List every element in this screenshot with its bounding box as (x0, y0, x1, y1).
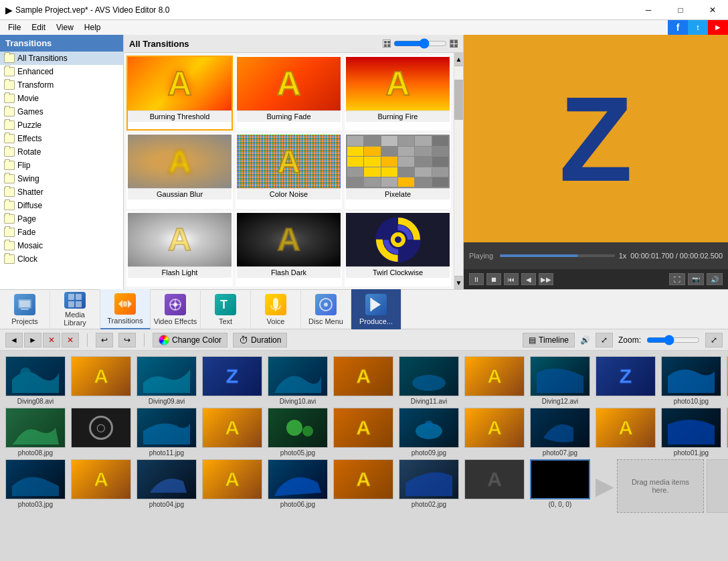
media-thumb-photo08[interactable] (5, 408, 66, 448)
toolbar-projects[interactable]: Projects (0, 289, 50, 329)
redo-button[interactable]: ↪ (118, 333, 136, 347)
nav-forward-button[interactable]: ► (24, 333, 41, 347)
media-thumb-black-small[interactable]: A (464, 459, 525, 499)
sidebar-item-all-transitions[interactable]: All Transitions (0, 52, 123, 65)
volume-button[interactable]: 🔊 (707, 273, 723, 285)
stop-button[interactable]: ⏹ (486, 273, 501, 285)
sidebar-item-enhanced[interactable]: Enhanced (0, 65, 123, 78)
toolbar-disc-menu[interactable]: Disc Menu (301, 289, 351, 329)
snapshot-button[interactable]: 📷 (688, 273, 704, 285)
menu-view[interactable]: View (51, 21, 79, 33)
media-thumb-photo07[interactable] (530, 408, 590, 448)
toolbar-media-library[interactable]: Media Library (50, 289, 100, 329)
minimize-button[interactable]: ─ (633, 0, 664, 20)
media-thumb-gold-a9[interactable]: A (202, 459, 262, 499)
media-thumb-circle-o[interactable]: ○ (71, 408, 131, 448)
transition-gaussian-blur[interactable]: A Gaussian Blur (126, 133, 233, 208)
grid-small-icon[interactable] (383, 39, 391, 48)
transitions-size-slider[interactable] (393, 38, 447, 49)
zoom-slider[interactable] (646, 335, 700, 345)
media-thumb-gold-a6[interactable]: A (596, 408, 656, 448)
media-thumb-diving09[interactable] (136, 356, 197, 396)
media-thumb-diving08[interactable] (5, 356, 66, 396)
menu-help[interactable]: Help (79, 21, 106, 33)
sidebar-item-flip[interactable]: Flip (0, 159, 123, 172)
transition-twirl-clockwise[interactable]: Twirl Clockwise (345, 212, 451, 287)
media-thumb-photo01[interactable] (661, 408, 721, 448)
facebook-button[interactable]: f (668, 20, 688, 35)
sidebar-item-effects[interactable]: Effects (0, 132, 123, 145)
media-thumb-orange-a2[interactable]: A (333, 408, 393, 448)
media-thumb-gold-a5[interactable]: A (464, 408, 525, 448)
undo-button[interactable]: ↩ (96, 333, 113, 347)
scroll-down-button[interactable]: ▼ (454, 276, 463, 289)
nav-x2-button[interactable]: ✕ (62, 333, 79, 347)
sidebar-item-games[interactable]: Games (0, 105, 123, 118)
drag-zone[interactable]: Drag media itemshere. (617, 459, 704, 513)
menu-edit[interactable]: Edit (26, 21, 51, 33)
forward-button[interactable]: ▶▶ (539, 273, 553, 285)
sidebar-item-swing[interactable]: Swing (0, 172, 123, 185)
sidebar-item-shatter[interactable]: Shatter (0, 185, 123, 199)
rewind-button[interactable]: ◀ (521, 273, 536, 285)
preview-progress-bar[interactable] (500, 254, 615, 257)
toolbar-text[interactable]: T Text (201, 289, 251, 329)
toolbar-produce[interactable]: Produce... (351, 289, 401, 329)
sidebar-item-mosaic[interactable]: Mosaic (0, 239, 123, 252)
media-thumb-photo03[interactable] (5, 459, 66, 499)
duration-button[interactable]: ⏱ Duration (233, 333, 287, 347)
timeline-view-button[interactable]: ▤ Timeline (523, 333, 575, 347)
twitter-button[interactable]: t (688, 20, 708, 35)
transition-burning-threshold[interactable]: A Burning Threshold (126, 56, 233, 131)
nav-back-button[interactable]: ◄ (5, 333, 23, 347)
close-button[interactable]: ✕ (697, 0, 728, 20)
sidebar-item-puzzle[interactable]: Puzzle (0, 118, 123, 132)
media-thumb-photo02[interactable] (399, 459, 459, 499)
media-thumb-gold-a2[interactable]: A (464, 356, 525, 396)
fullscreen-timeline-button[interactable]: ⤢ (705, 333, 723, 347)
change-color-button[interactable]: Change Color (153, 333, 227, 347)
sidebar-item-page[interactable]: Page (0, 212, 123, 226)
transitions-scrollbar[interactable]: ▲ ▼ (454, 53, 463, 289)
expand-button[interactable]: ⤢ (596, 333, 613, 347)
media-thumb-blue-z1[interactable]: Z (202, 356, 262, 396)
sidebar-item-movie[interactable]: Movie (0, 92, 123, 105)
media-thumb-gold-a4[interactable]: A (202, 408, 262, 448)
scroll-thumb[interactable] (454, 80, 463, 120)
transition-flash-light[interactable]: A Flash Light (126, 212, 233, 287)
fullscreen-button[interactable]: ⛶ (669, 273, 685, 285)
media-thumb-photo10[interactable] (661, 356, 721, 396)
media-thumb-photo09[interactable] (399, 408, 459, 448)
transition-pixelate[interactable]: Pixelate (345, 133, 451, 208)
media-thumb-photo06[interactable] (268, 459, 328, 499)
prev-frame-button[interactable]: ⏮ (504, 273, 519, 285)
transition-color-noise[interactable]: A Color Noise (236, 133, 342, 208)
sidebar-item-transform[interactable]: Transform (0, 78, 123, 92)
media-thumb-gold-a8[interactable]: A (71, 459, 131, 499)
media-thumb-black-main[interactable] (530, 459, 590, 499)
scroll-up-button[interactable]: ▲ (454, 53, 463, 66)
grid-large-icon[interactable] (450, 39, 458, 48)
toolbar-voice[interactable]: Voice (251, 289, 301, 329)
transition-burning-fade[interactable]: A Burning Fade (236, 56, 342, 131)
media-thumb-gold-a1[interactable]: A (71, 356, 131, 396)
menu-file[interactable]: File (3, 21, 26, 33)
transition-flash-dark[interactable]: A Flash Dark (236, 212, 342, 287)
toolbar-video-effects[interactable]: Video Effects (151, 289, 201, 329)
media-thumb-orange-a3[interactable]: A (333, 459, 393, 499)
media-thumb-photo05[interactable] (268, 408, 328, 448)
transition-burning-fire[interactable]: A Burning Fire (345, 56, 451, 131)
media-thumb-photo04[interactable] (136, 459, 197, 499)
pause-button[interactable]: ⏸ (469, 273, 484, 285)
media-thumb-photo11[interactable] (136, 408, 197, 448)
media-thumb-diving12[interactable] (530, 356, 590, 396)
youtube-button[interactable]: ▶ (708, 20, 728, 35)
toolbar-transitions[interactable]: Transitions (100, 289, 151, 329)
sidebar-item-fade[interactable]: Fade (0, 226, 123, 239)
maximize-button[interactable]: □ (665, 0, 696, 20)
media-thumb-blue-z2[interactable]: Z (596, 356, 656, 396)
sidebar-item-rotate[interactable]: Rotate (0, 145, 123, 159)
sidebar-item-diffuse[interactable]: Diffuse (0, 199, 123, 212)
media-thumb-orange-a1[interactable]: A (333, 356, 393, 396)
nav-x-button[interactable]: ✕ (43, 333, 60, 347)
